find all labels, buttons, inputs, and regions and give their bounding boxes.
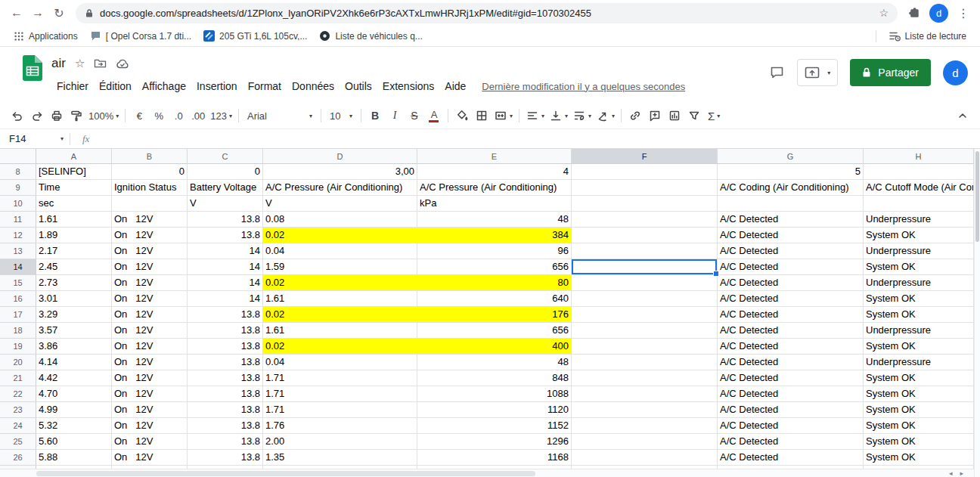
back-icon[interactable]: ←	[6, 2, 27, 23]
cell-E14[interactable]: 656	[417, 259, 572, 275]
borders-button[interactable]	[472, 106, 492, 125]
cell-C20[interactable]: 13.8	[188, 355, 263, 370]
menu-edition[interactable]: Édition	[94, 79, 137, 94]
scroll-left-icon[interactable]: ◂	[949, 470, 953, 477]
row-header-18[interactable]: 18	[0, 323, 36, 339]
cell-B17[interactable]: On 12V	[112, 307, 188, 323]
functions-button[interactable]: Σ ▾	[704, 106, 724, 125]
cell-B21[interactable]: On 12V	[112, 370, 188, 386]
filter-button[interactable]	[684, 106, 704, 125]
horizontal-scrollbar[interactable]: ◂ ▸	[0, 469, 974, 477]
menu-outils[interactable]: Outils	[340, 79, 377, 94]
row-header-19[interactable]: 19	[0, 339, 36, 355]
browser-menu-icon[interactable]: ⋮	[953, 2, 974, 23]
redo-button[interactable]	[27, 106, 47, 125]
text-color-button[interactable]: A	[424, 106, 444, 125]
cell-H18[interactable]: Underpressure	[864, 323, 974, 339]
cell-A23[interactable]: 4.99	[36, 402, 112, 418]
fill-color-button[interactable]	[452, 106, 472, 125]
print-button[interactable]	[47, 106, 67, 125]
cell-F21[interactable]	[572, 370, 718, 386]
cell-H17[interactable]: System OK	[864, 307, 974, 323]
cell-G26[interactable]: A/C Detected	[718, 450, 864, 466]
paint-format-button[interactable]	[67, 106, 86, 125]
cell-D20[interactable]: 0.04	[263, 355, 417, 370]
cell-H20[interactable]: Underpressure	[864, 355, 974, 370]
bookmark-item[interactable]: 205 GTi 1,6L 105cv,...	[197, 28, 313, 45]
row-header-14[interactable]: 14	[0, 259, 36, 275]
cell-D26[interactable]: 1.35	[263, 450, 417, 466]
menu-extensions[interactable]: Extensions	[377, 79, 439, 94]
cell-G23[interactable]: A/C Detected	[718, 402, 864, 418]
cell-F20[interactable]	[572, 355, 718, 370]
horizontal-scrollbar-thumb[interactable]	[36, 471, 535, 476]
cell-C15[interactable]: 14	[188, 275, 263, 291]
cell-C26[interactable]: 13.8	[188, 450, 263, 466]
cell-H13[interactable]: Underpressure	[864, 243, 974, 259]
row-header-11[interactable]: 11	[0, 212, 36, 228]
cell-H23[interactable]: System OK	[864, 402, 974, 418]
percent-format-button[interactable]: %	[149, 106, 169, 125]
cell-D10[interactable]: V	[263, 196, 417, 212]
cell-B15[interactable]: On 12V	[112, 275, 188, 291]
cell-D16[interactable]: 1.61	[263, 291, 417, 307]
cell-D12[interactable]: 0.02	[263, 228, 417, 243]
select-all-corner[interactable]	[0, 149, 36, 164]
column-header-a[interactable]: A	[36, 149, 112, 164]
cell-B8[interactable]: 0	[112, 164, 188, 180]
cell-G14[interactable]: A/C Detected	[718, 259, 864, 275]
cell-H15[interactable]: Underpressure	[864, 275, 974, 291]
cell-A13[interactable]: 2.17	[36, 243, 112, 259]
cell-D21[interactable]: 1.71	[263, 370, 417, 386]
column-header-g[interactable]: G	[718, 149, 864, 164]
comments-icon[interactable]	[769, 65, 785, 80]
vertical-align-button[interactable]: ▾	[547, 106, 570, 125]
cell-C21[interactable]: 13.8	[188, 370, 263, 386]
cell-A16[interactable]: 3.01	[36, 291, 112, 307]
cell-G12[interactable]: A/C Detected	[718, 228, 864, 243]
currency-format-button[interactable]: €	[129, 106, 149, 125]
column-header-c[interactable]: C	[188, 149, 263, 164]
row-header-9[interactable]: 9	[0, 180, 36, 196]
cell-C14[interactable]: 14	[188, 259, 263, 275]
cell-H24[interactable]: System OK	[864, 418, 974, 434]
font-select[interactable]: Arial ▾	[243, 106, 317, 125]
undo-button[interactable]	[8, 106, 27, 125]
increase-decimals-button[interactable]: .00	[188, 106, 208, 125]
cell-D15[interactable]: 0.02	[263, 275, 417, 291]
formula-input[interactable]	[101, 129, 980, 148]
collapse-toolbar-button[interactable]	[953, 106, 972, 125]
cell-E8[interactable]: 4	[417, 164, 572, 180]
cell-D23[interactable]: 1.71	[263, 402, 417, 418]
cell-C25[interactable]: 13.8	[188, 434, 263, 450]
strikethrough-button[interactable]: S	[405, 106, 424, 125]
cell-F13[interactable]	[572, 243, 718, 259]
row-header-15[interactable]: 15	[0, 275, 36, 291]
cell-D13[interactable]: 0.04	[263, 243, 417, 259]
cell-G22[interactable]: A/C Detected	[718, 386, 864, 402]
cell-C19[interactable]: 13.8	[188, 339, 263, 355]
insert-comment-button[interactable]	[645, 106, 665, 125]
row-header-8[interactable]: 8	[0, 164, 36, 180]
cell-E22[interactable]: 1088	[417, 386, 572, 402]
cell-F14[interactable]	[572, 259, 718, 275]
decrease-decimals-button[interactable]: .0	[169, 106, 188, 125]
cell-C11[interactable]: 13.8	[188, 212, 263, 228]
cell-H10[interactable]	[864, 196, 974, 212]
cell-F19[interactable]	[572, 339, 718, 355]
cell-F15[interactable]	[572, 275, 718, 291]
cell-E11[interactable]: 48	[417, 212, 572, 228]
cell-D22[interactable]: 1.71	[263, 386, 417, 402]
cell-A11[interactable]: 1.61	[36, 212, 112, 228]
cell-E19[interactable]: 400	[417, 339, 572, 355]
menu-format[interactable]: Format	[243, 79, 287, 94]
cell-H26[interactable]: System OK	[864, 450, 974, 466]
cell-F22[interactable]	[572, 386, 718, 402]
cloud-status-icon[interactable]	[116, 58, 129, 69]
cell-B19[interactable]: On 12V	[112, 339, 188, 355]
row-header-25[interactable]: 25	[0, 434, 36, 450]
insert-link-button[interactable]	[625, 106, 645, 125]
text-rotation-button[interactable]: ▾	[594, 106, 617, 125]
cell-D11[interactable]: 0.08	[263, 212, 417, 228]
cell-F18[interactable]	[572, 323, 718, 339]
